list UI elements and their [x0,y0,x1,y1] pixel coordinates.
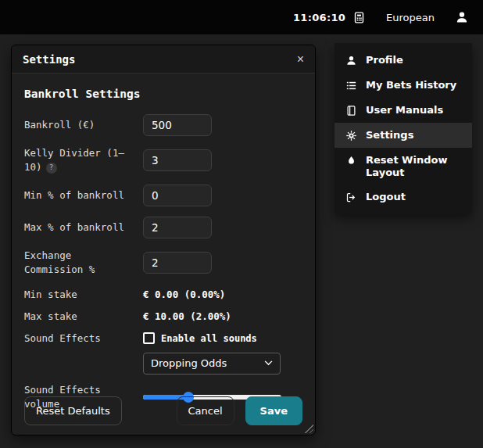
sound-dropdown-value: Dropping Odds [151,357,227,369]
logout-icon [345,192,358,203]
gear-icon [345,130,358,142]
user-account-icon[interactable] [455,10,469,24]
menu-item-label: Profile [366,54,403,66]
calculator-icon[interactable] [352,11,366,24]
close-icon[interactable]: × [297,53,304,66]
reset-defaults-button[interactable]: Reset Defaults [24,396,122,425]
max-pct-label: Max % of bankroll [24,220,143,235]
settings-modal: Settings × Bankroll Settings Bankroll (€… [11,45,316,435]
max-stake-value: € 10.00 (2.00%) [143,310,231,322]
clock-time: 11:06:10 [293,12,345,23]
kelly-divider-input[interactable] [143,149,212,171]
menu-item-label: Settings [366,129,413,142]
min-stake-value: € 0.00 (0.00%) [143,289,225,300]
min-pct-row: Min % of bankroll [24,185,302,206]
sound-dropdown[interactable]: Dropping Odds [143,353,281,375]
sound-effects-label: Sound Effects [24,332,143,346]
chevron-down-icon [264,360,273,366]
menu-item-settings[interactable]: Settings [335,123,472,148]
menu-item-label: My Bets History [366,79,456,91]
menu-item-label: User Manuals [366,104,443,116]
section-title: Bankroll Settings [24,88,302,100]
droplet-icon [345,155,358,167]
modal-title: Settings [23,53,75,66]
menu-item-label: Reset Window Layout [366,154,466,178]
odds-format-selector[interactable]: European [386,12,435,23]
topbar: 11:06:10 European [0,0,483,34]
menu-item-reset-window-layout[interactable]: Reset Window Layout [335,148,472,185]
menu-item-user-manuals[interactable]: User Manuals [335,98,472,123]
menu-item-label: Logout [366,191,406,203]
commission-row: Exchange Commission % [24,249,302,277]
max-pct-row: Max % of bankroll [24,217,302,238]
min-stake-row: Min stake € 0.00 (0.00%) [24,288,302,302]
min-pct-input[interactable] [143,185,212,206]
bankroll-label: Bankroll (€) [24,118,143,132]
user-menu: Profile My Bets History User Manuals Set… [335,43,472,214]
max-stake-label: Max stake [24,310,143,324]
bankroll-input[interactable] [143,114,212,136]
min-stake-label: Min stake [24,288,143,302]
max-pct-input[interactable] [143,217,212,238]
commission-label: Exchange Commission % [24,249,143,277]
min-pct-label: Min % of bankroll [24,188,143,202]
commission-input[interactable] [143,252,212,274]
help-icon[interactable]: ? [46,163,57,174]
sound-effects-row: Sound Effects Enable all sounds [24,332,302,346]
bankroll-row: Bankroll (€) [24,114,302,136]
person-icon [345,55,358,66]
kelly-label: Kelly Divider (1–10)? [24,146,143,174]
menu-item-my-bets-history[interactable]: My Bets History [335,73,472,98]
menu-item-profile[interactable]: Profile [335,48,472,73]
list-icon [345,80,358,91]
max-stake-row: Max stake € 10.00 (2.00%) [24,310,302,324]
book-icon [345,105,358,116]
settings-modal-header: Settings × [12,45,315,73]
kelly-row: Kelly Divider (1–10)? [24,146,302,174]
checkbox-box[interactable] [143,332,155,344]
clock-group: 11:06:10 [293,11,366,24]
enable-sounds-label: Enable all sounds [161,333,257,344]
menu-item-logout[interactable]: Logout [335,185,472,210]
sound-select-row: Dropping Odds [24,353,302,375]
modal-footer: Reset Defaults Cancel Save [12,385,315,435]
save-button[interactable]: Save [245,396,302,425]
cancel-button[interactable]: Cancel [177,396,234,425]
enable-sounds-checkbox[interactable]: Enable all sounds [143,332,257,344]
settings-modal-body: Bankroll Settings Bankroll (€) Kelly Div… [12,73,315,435]
